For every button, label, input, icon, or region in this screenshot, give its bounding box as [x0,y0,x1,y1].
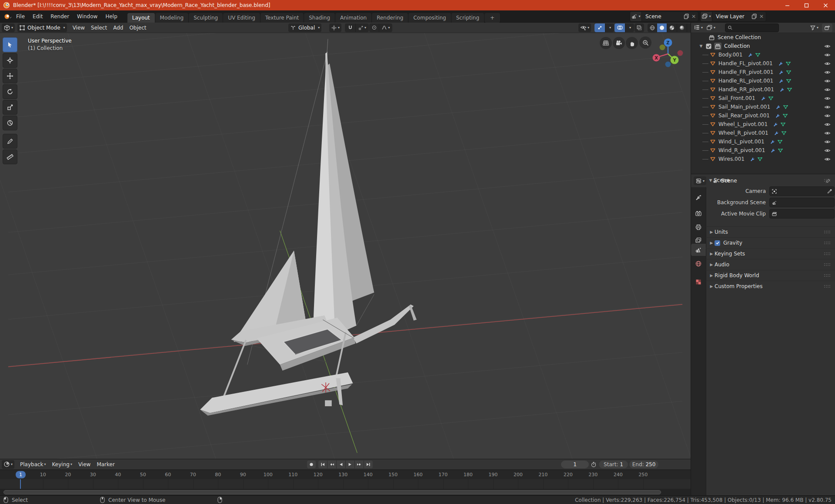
camera-view-button[interactable] [613,37,625,49]
workspace-tab-scripting[interactable]: Scripting [451,13,484,23]
properties-tab-scene[interactable] [691,244,706,256]
properties-tab-output[interactable] [691,221,706,233]
outliner-row-collection[interactable]: ▼ Collection [691,42,835,50]
outliner-display-mode-button[interactable]: ▾ [706,24,715,31]
remove-view-layer-icon[interactable]: ✕ [757,13,766,20]
jump-to-end-button[interactable] [364,461,373,468]
timeline-menu-keying[interactable]: Keying▾ [49,461,75,468]
panel-grip-icon[interactable] [824,230,831,234]
viewport-menu-object[interactable]: Object [126,25,149,31]
add-workspace-tab[interactable]: + [484,13,501,23]
properties-tab-render[interactable] [691,207,706,219]
toggle-perspective-button[interactable] [600,37,612,49]
zoom-view-button[interactable] [639,36,651,49]
shading-solid-button[interactable] [657,23,667,32]
object-hide-icon[interactable] [824,113,831,119]
play-button[interactable] [346,461,355,468]
panel-units[interactable]: ▶ Units [706,226,835,237]
shading-settings-dropdown[interactable]: ▾ [687,23,691,32]
prev-keyframe-button[interactable] [327,461,337,468]
outliner-row-object[interactable]: Wind_R_pivot.001 [691,146,835,155]
close-button[interactable] [816,0,835,10]
mode-dropdown[interactable]: Object Mode ▾ [17,23,67,32]
current-frame-field[interactable]: 1 [561,461,589,468]
play-reverse-button[interactable] [337,461,346,468]
workspace-tab-layout[interactable]: Layout [127,13,155,23]
proportional-edit-toggle[interactable] [369,23,379,32]
menu-help[interactable]: Help [101,10,121,23]
outliner-search[interactable] [725,23,779,32]
property-field[interactable] [769,198,835,207]
frame-end-field[interactable]: End: 250 [629,461,658,468]
visibility-dropdown[interactable]: ▾ [578,23,591,32]
transform-orientation-dropdown[interactable]: Global ▾ [288,23,321,32]
panel-rigid-body-world[interactable]: ▶ Rigid Body World [706,270,835,281]
panel-grip-icon[interactable] [824,241,831,245]
properties-tab-texture[interactable] [691,276,706,288]
shading-rendered-button[interactable] [677,23,687,32]
outliner-row-object[interactable]: Wheel_L_pivot.001 [691,120,835,129]
gravity-checkbox[interactable] [715,240,720,246]
object-hide-icon[interactable] [824,96,831,101]
panel-grip-icon[interactable] [824,274,831,277]
object-hide-icon[interactable] [824,139,831,145]
menu-render[interactable]: Render [47,10,73,23]
properties-tab-tool[interactable] [691,192,706,204]
shading-wireframe-button[interactable] [648,23,657,32]
workspace-tab-shading[interactable]: Shading [304,13,335,23]
outliner-row-object[interactable]: Wind_L_pivot.001 [691,137,835,146]
frame-start-field[interactable]: Start: 1 [599,461,628,468]
object-hide-icon[interactable] [824,78,831,84]
scene-icon[interactable]: ▾ [630,12,642,21]
outliner-row-object[interactable]: Body.001 [691,50,835,59]
object-hide-icon[interactable] [824,70,831,75]
viewport-menu-view[interactable]: View [70,25,88,31]
outliner-row-object[interactable]: Sail_Front.001 [691,94,835,103]
timeline-menu-marker[interactable]: Marker [94,461,117,468]
scene-selector[interactable]: ▾ Scene ✕ [630,11,698,22]
shading-material-button[interactable] [667,23,677,32]
properties-editor-type-button[interactable]: ▾ [694,176,706,185]
timeline-scrollbar-handle[interactable] [3,490,661,494]
navigation-gizmo[interactable]: Z X Y [651,37,685,70]
object-hide-icon[interactable] [824,104,831,110]
workspace-tab-modeling[interactable]: Modeling [155,13,189,23]
object-hide-icon[interactable] [824,122,831,127]
tool-cursor[interactable] [3,53,17,68]
current-frame-badge[interactable]: 1 [16,471,26,478]
outliner-row-object[interactable]: Handle_RL_pivot.001 [691,76,835,85]
gizmo-settings-dropdown[interactable]: ▾ [605,23,614,32]
tool-scale[interactable] [3,100,17,115]
object-hide-icon[interactable] [824,156,831,162]
timeline-ruler[interactable]: 1 10203040506070809010011012013014015016… [0,470,691,479]
tool-annotate[interactable] [3,134,17,149]
timeline-menu-view[interactable]: View [75,461,94,468]
panel-grip-icon[interactable] [824,285,831,288]
workspace-tab-uv-editing[interactable]: UV Editing [223,13,261,23]
outliner-row-object[interactable]: Sail_Main_pivot.001 [691,103,835,111]
outliner-filter-button[interactable]: ▾ [810,25,818,31]
property-field[interactable] [769,186,835,196]
record-button[interactable] [307,461,316,468]
editor-type-button[interactable]: ▾ [2,23,15,32]
next-keyframe-button[interactable] [355,461,364,468]
menu-edit[interactable]: Edit [29,10,47,23]
workspace-tab-texture-paint[interactable]: Texture Paint [261,13,304,23]
tool-rotate[interactable] [3,84,17,99]
outliner-row-object[interactable]: Handle_RR_pivot.001 [691,85,835,94]
pan-view-button[interactable] [626,37,638,49]
tool-measure[interactable] [3,149,17,164]
viewport-menu-select[interactable]: Select [88,25,110,31]
collection-hide-icon[interactable] [824,43,831,49]
panel-gravity[interactable]: ▶ Gravity [706,237,835,248]
outliner-row-object[interactable]: Wires.001 [691,155,835,163]
collection-checkbox[interactable] [706,43,711,49]
panel-grip-icon[interactable] [824,263,831,266]
minimize-button[interactable] [778,0,797,10]
timeline-editor-type-button[interactable]: ▾ [2,460,14,469]
panel-custom-properties[interactable]: ▶ Custom Properties [706,281,835,292]
proportional-falloff-dropdown[interactable]: ▾ [379,23,392,32]
workspace-tab-rendering[interactable]: Rendering [372,13,408,23]
outliner-editor-type-button[interactable]: ▾ [694,24,703,31]
object-hide-icon[interactable] [824,87,831,93]
